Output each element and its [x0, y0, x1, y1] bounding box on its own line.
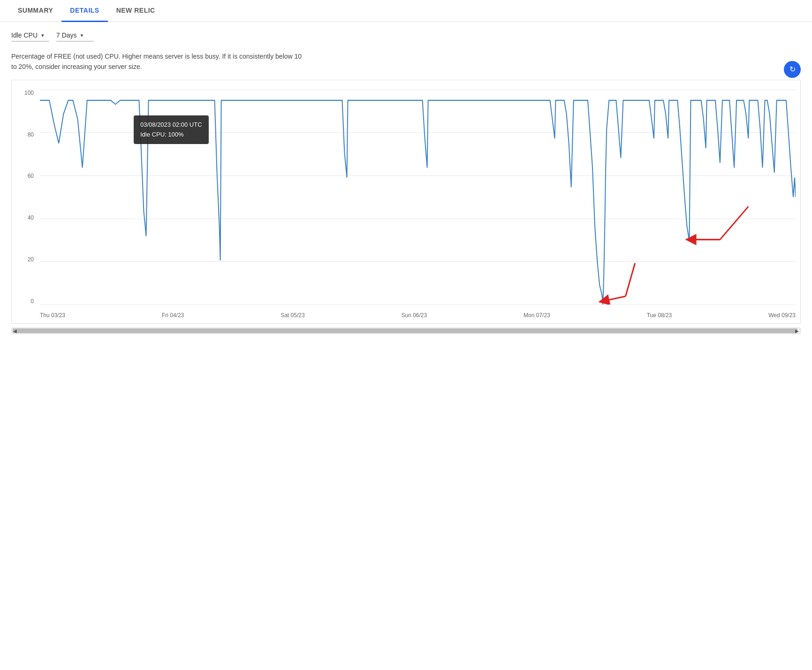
x-label-mon: Mon 07/23 [524, 312, 550, 319]
controls-row: Idle CPU ▼ 7 Days ▼ [0, 22, 812, 46]
refresh-button[interactable]: ↻ [784, 61, 801, 78]
period-dropdown-arrow: ▼ [80, 33, 84, 38]
x-label-thu: Thu 03/23 [40, 312, 65, 319]
tab-summary[interactable]: SUMMARY [9, 0, 61, 22]
y-label-100: 100 [24, 90, 34, 96]
period-dropdown[interactable]: 7 Days ▼ [56, 31, 94, 42]
x-label-fri: Fri 04/23 [162, 312, 184, 319]
metric-dropdown[interactable]: Idle CPU ▼ [11, 31, 49, 42]
tab-details[interactable]: DETAILS [61, 0, 107, 22]
scrollbar-thumb[interactable] [13, 328, 797, 333]
y-axis: 100 80 60 40 20 0 [12, 90, 38, 305]
scroll-left-button[interactable]: ◀ [12, 328, 18, 334]
metric-description: Percentage of FREE (not used) CPU. Highe… [0, 46, 319, 80]
metric-label: Idle CPU [11, 31, 38, 39]
y-label-60: 60 [28, 173, 34, 179]
x-labels: Thu 03/23 Fri 04/23 Sat 05/23 Sun 06/23 … [40, 312, 796, 319]
tab-new-relic[interactable]: NEW RELIC [108, 0, 164, 22]
chart-scrollbar[interactable]: ◀ ▶ [11, 327, 801, 334]
chart-area: ↻ 100 80 60 40 20 0 [11, 80, 801, 324]
x-label-wed: Wed 09/23 [768, 312, 796, 319]
scroll-right-button[interactable]: ▶ [794, 328, 800, 334]
metric-dropdown-arrow: ▼ [40, 33, 45, 38]
chart-svg [40, 90, 796, 305]
period-label: 7 Days [56, 31, 77, 39]
chart-inner: 03/08/2023 02:00 UTC Idle CPU: 100% [40, 90, 796, 305]
tab-bar: SUMMARY DETAILS NEW RELIC [0, 0, 812, 22]
y-label-80: 80 [28, 131, 34, 138]
refresh-icon: ↻ [789, 65, 796, 74]
x-label-sun: Sun 06/23 [401, 312, 427, 319]
x-label-sat: Sat 05/23 [281, 312, 304, 319]
y-label-20: 20 [28, 256, 34, 263]
x-label-tue: Tue 08/23 [647, 312, 672, 319]
y-label-0: 0 [30, 298, 34, 305]
y-label-40: 40 [28, 214, 34, 221]
chart-container: 100 80 60 40 20 0 [11, 80, 801, 324]
